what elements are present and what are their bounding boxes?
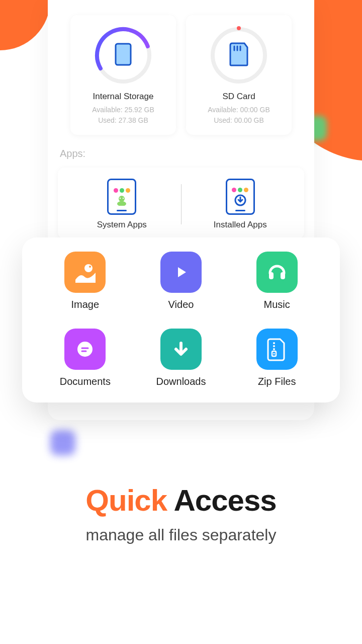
documents-label: Documents <box>42 376 128 387</box>
image-label: Image <box>42 299 128 310</box>
installed-apps-label: Installed Apps <box>182 220 300 230</box>
zip-icon <box>256 329 298 370</box>
installed-apps-icon <box>226 179 255 215</box>
decor-blob-purple <box>50 430 75 455</box>
music-label: Music <box>234 299 320 310</box>
internal-storage-used: Used: 27.38 GB <box>75 115 171 126</box>
video-icon <box>160 252 202 293</box>
headline-word-2: Access <box>174 484 277 517</box>
apps-card: System Apps Installed Apps <box>58 168 304 239</box>
system-apps-icon <box>107 179 136 215</box>
image-icon <box>64 252 106 293</box>
svg-point-13 <box>89 266 91 268</box>
svg-point-7 <box>119 196 125 202</box>
sd-progress-dot-icon <box>237 26 241 30</box>
svg-rect-15 <box>281 272 285 279</box>
documents-icon <box>64 329 106 370</box>
sd-card-icon <box>229 42 248 68</box>
downloads-label: Downloads <box>138 376 224 387</box>
video-category-button[interactable]: Video <box>138 252 224 310</box>
svg-point-12 <box>84 264 93 272</box>
headline-sub: manage all files separately <box>0 526 362 544</box>
svg-point-9 <box>120 197 121 198</box>
sd-card-card[interactable]: SD Card Available: 00:00 GB Used: 00.00 … <box>186 15 292 135</box>
svg-point-21 <box>273 348 275 350</box>
svg-point-10 <box>123 197 124 198</box>
music-category-button[interactable]: Music <box>234 252 320 310</box>
downloads-icon <box>160 329 202 370</box>
phone-icon <box>115 43 132 68</box>
apps-section-label: Apps: <box>60 148 302 159</box>
music-icon <box>256 252 298 293</box>
marketing-headline: Quick Access manage all files separately <box>0 483 362 544</box>
svg-point-20 <box>273 345 275 347</box>
internal-storage-card[interactable]: Internal Storage Available: 25.92 GB Use… <box>70 15 176 135</box>
documents-category-button[interactable]: Documents <box>42 329 128 387</box>
installed-apps-button[interactable]: Installed Apps <box>182 179 300 230</box>
sd-card-available: Available: 00:00 GB <box>191 105 287 115</box>
sd-card-used: Used: 00.00 GB <box>191 115 287 126</box>
svg-rect-14 <box>269 272 274 279</box>
sd-card-title: SD Card <box>191 92 287 102</box>
video-label: Video <box>138 299 224 310</box>
svg-point-16 <box>77 342 93 357</box>
downloads-category-button[interactable]: Downloads <box>138 329 224 387</box>
zip-label: Zip Files <box>234 376 320 387</box>
svg-point-19 <box>273 342 275 344</box>
decor-corner-tl <box>0 0 50 50</box>
sd-card-ring <box>209 25 269 86</box>
internal-storage-title: Internal Storage <box>75 92 171 102</box>
storage-row: Internal Storage Available: 25.92 GB Use… <box>58 15 304 135</box>
image-category-button[interactable]: Image <box>42 252 128 310</box>
svg-point-23 <box>273 353 275 355</box>
svg-rect-2 <box>116 44 131 65</box>
headline-word-1: Quick <box>85 484 167 517</box>
zip-files-category-button[interactable]: Zip Files <box>234 329 320 387</box>
system-apps-label: System Apps <box>63 220 181 230</box>
system-apps-button[interactable]: System Apps <box>63 179 181 230</box>
internal-storage-available: Available: 25.92 GB <box>75 105 171 115</box>
quick-access-card: Image Video Music Documents <box>22 237 340 403</box>
svg-point-8 <box>117 201 126 206</box>
internal-storage-ring <box>93 25 153 86</box>
